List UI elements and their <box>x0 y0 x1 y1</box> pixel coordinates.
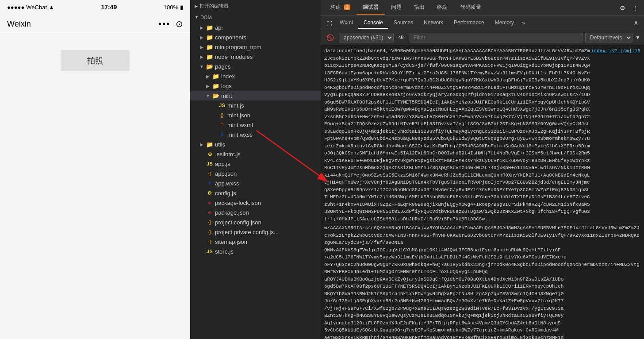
project-config-chevron <box>199 220 204 225</box>
pages-chevron: ▼ <box>199 64 204 69</box>
tree-item-mint[interactable]: ▼ 📂 mint <box>190 91 321 100</box>
mint-wxml-chevron <box>211 122 217 127</box>
pages-folder-icon: 📂 <box>206 63 213 70</box>
settings-icon[interactable]: ⚙ <box>618 3 627 13</box>
index-chevron: ▶ <box>205 73 211 79</box>
app-wxss-label: app.wxss <box>215 180 239 187</box>
store-js-label: store.js <box>215 248 234 255</box>
console-output[interactable]: data:undefined;base64,iVBORw0KGgoAAAANSU… <box>321 45 644 339</box>
tree-item-mint-wxss[interactable]: # mint.wxss <box>190 130 321 139</box>
sitemap-chevron <box>199 239 204 244</box>
collapse-panel-icon[interactable]: ∧ <box>632 19 640 27</box>
dom-chevron: ▼ <box>195 15 199 19</box>
package-json-icon: ⊕ <box>206 209 213 216</box>
config-js-chevron <box>199 190 204 196</box>
tree-item-app-js[interactable]: JS app.js <box>190 159 321 169</box>
more-icon[interactable]: ••• <box>158 19 170 29</box>
editors-section[interactable]: ▶ 打开的编辑器 <box>190 0 321 12</box>
console-line: data:undefined;base64,iVBORw0KGgoAAAANSU… <box>324 47 640 223</box>
tree-item-app-json[interactable]: {} app.json <box>190 169 321 178</box>
app-js-icon: JS <box>206 160 213 167</box>
sub-tab-memory[interactable]: Memory <box>490 17 519 29</box>
carrier-label: WeChat <box>26 4 47 11</box>
console-source-link[interactable]: index.js? [sm]:15 <box>591 47 640 223</box>
photo-button[interactable]: 拍照 <box>61 50 130 71</box>
tree-item-api[interactable]: ▶ 📁 api <box>190 23 321 32</box>
tree-item-config-js[interactable]: ⚙ config.js <box>190 188 321 198</box>
app-wxss-chevron <box>199 181 204 186</box>
signal-icon: ●●●●● <box>7 4 24 11</box>
sub-tab-performance[interactable]: Performance <box>448 17 490 29</box>
time-display: 17:49 <box>101 4 117 11</box>
devtools-top-tabs: 构建 2 调试器 问题 输出 终端 代码质量 ⚙ ⋮ <box>321 0 644 16</box>
node-modules-label: node_modules <box>215 54 253 60</box>
tree-item-pages[interactable]: ▼ 📂 pages <box>190 62 321 71</box>
editors-label: 打开的编辑器 <box>199 3 229 9</box>
api-chevron: ▶ <box>199 25 204 30</box>
dom-label: DOM <box>200 15 212 20</box>
tree-item-store-js[interactable]: JS store.js <box>190 247 321 256</box>
package-lock-icon: ⊕ <box>206 199 213 206</box>
editors-chevron: ▶ <box>195 4 198 8</box>
service-select[interactable]: appservice (#31) <box>339 33 394 42</box>
components-folder-icon: 📁 <box>206 34 213 41</box>
node-modules-folder-icon: 📁 <box>206 53 213 60</box>
devtools-inspect-icon[interactable]: ⬚ <box>324 18 334 28</box>
mint-folder-icon: 📂 <box>212 92 219 99</box>
eslintrc-icon: ⊕ <box>206 150 213 158</box>
tree-item-miniprogram-npm[interactable]: ▶ 📁 miniprogram_npm <box>190 42 321 52</box>
phone-content: 拍照 <box>0 34 190 78</box>
tab-output[interactable]: 输出 <box>408 1 431 15</box>
tree-item-logs[interactable]: ▶ 📁 logs <box>190 81 321 91</box>
status-right: 100% ▮ <box>164 4 183 11</box>
mint-wxss-icon: # <box>218 131 226 138</box>
phone-app-header: Weixin ••• ⊙ <box>0 14 190 34</box>
sub-tab-sources[interactable]: Sources <box>388 17 418 29</box>
tree-item-package-json[interactable]: ⊕ package.json <box>190 208 321 217</box>
console-continuation: w/AAAAXNSROIArs4c6QAAAARnQU1BAACxjwv8YQU… <box>324 223 640 339</box>
console-text: data:undefined;base64,iVBORw0KGgoAAAANSU… <box>324 47 591 223</box>
tree-item-mint-wxml[interactable]: ⊡ mint.wxml <box>190 120 321 130</box>
tree-item-sitemap[interactable]: {} sitemap.json <box>190 237 321 247</box>
miniprogram-label: miniprogram_npm <box>215 44 261 50</box>
tree-item-project-private[interactable]: {} project.private.config.js... <box>190 227 321 237</box>
tab-issues[interactable]: 问题 <box>385 1 408 15</box>
tree-item-package-lock[interactable]: ⊕ package-lock.json <box>190 198 321 208</box>
mint-js-chevron <box>211 103 217 108</box>
build-badge: 2 <box>344 4 350 10</box>
more-sub-tabs-icon[interactable]: » <box>519 20 528 26</box>
filter-input[interactable] <box>410 33 583 42</box>
tree-item-node-modules[interactable]: ▶ 📁 node_modules <box>190 52 321 62</box>
phone-header-icons: ••• ⊙ <box>158 19 183 29</box>
sub-tab-network[interactable]: Network <box>418 17 448 29</box>
sub-tab-wxml[interactable]: Wxml <box>334 17 358 29</box>
utils-folder-icon: 📁 <box>206 141 213 148</box>
tab-code-quality[interactable]: 代码质量 <box>454 1 487 15</box>
dom-section[interactable]: ▼ DOM <box>190 12 321 23</box>
project-private-chevron <box>199 229 204 235</box>
log-level-arrow: ▼ <box>635 35 640 41</box>
log-level-select[interactable]: Default levels <box>585 33 632 42</box>
node-modules-chevron: ▶ <box>199 54 204 59</box>
tree-item-project-config[interactable]: {} project.config.json <box>190 217 321 227</box>
block-icon[interactable]: 🚫 <box>324 33 336 42</box>
tree-item-mint-js[interactable]: JS mint.js <box>190 100 321 110</box>
config-js-icon: ⚙ <box>206 189 213 196</box>
project-private-label: project.private.config.js... <box>215 229 279 235</box>
logs-label: logs <box>221 83 232 89</box>
more-options-icon[interactable]: ⋮ <box>631 3 640 13</box>
camera-icon[interactable]: ⊙ <box>176 19 183 29</box>
tree-item-components[interactable]: ▶ 📁 components <box>190 32 321 42</box>
tree-item-mint-json[interactable]: {} mint.json <box>190 110 321 120</box>
tab-terminal[interactable]: 终端 <box>431 1 454 15</box>
tree-item-eslintrc[interactable]: ⊕ .eslintrc.js <box>190 149 321 159</box>
tree-item-index[interactable]: ▶ 📁 index <box>190 71 321 81</box>
tab-debugger[interactable]: 调试器 <box>356 1 385 15</box>
eye-icon[interactable]: 👁 <box>396 33 407 42</box>
tree-item-app-wxss[interactable]: # app.wxss <box>190 178 321 188</box>
sub-tab-console[interactable]: Console <box>358 17 388 29</box>
mint-json-icon: {} <box>218 112 226 119</box>
tab-build[interactable]: 构建 2 <box>324 1 356 15</box>
devtools-sub-tabs: ⬚ Wxml Console Sources Network Performan… <box>321 16 644 30</box>
tree-item-utils[interactable]: ▶ 📁 utils <box>190 139 321 149</box>
